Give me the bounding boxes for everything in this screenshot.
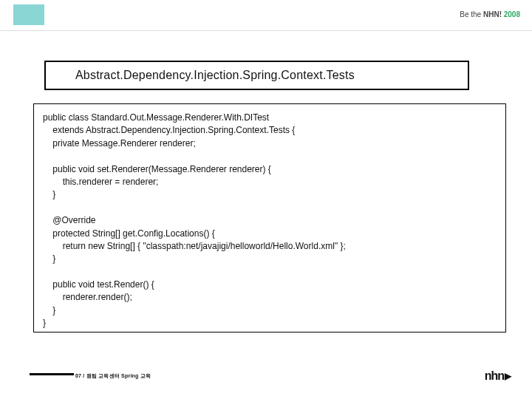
slide-title: Abstract.Dependency.Injection.Spring.Con… xyxy=(75,69,355,82)
logo-text: nhn xyxy=(485,369,504,383)
footer-rule xyxy=(30,373,74,375)
title-box: Abstract.Dependency.Injection.Spring.Con… xyxy=(44,61,469,90)
tagline-brand: NHN! xyxy=(483,10,502,18)
footer-caption: 07 / 원팀 교육센터 Spring 교육 xyxy=(75,372,151,380)
accent-block xyxy=(13,4,44,25)
code-content: public class Standard.Out.Message.Render… xyxy=(43,112,346,328)
code-box: public class Standard.Out.Message.Render… xyxy=(33,103,506,332)
tagline-prefix: Be the xyxy=(460,10,483,18)
header-tagline: Be the NHN! 2008 xyxy=(460,10,520,18)
play-icon: ▶ xyxy=(505,371,511,381)
brand-logo: nhn ▶ xyxy=(485,369,511,383)
tagline-year: 2008 xyxy=(502,10,520,18)
top-bar: Be the NHN! 2008 xyxy=(0,0,532,31)
